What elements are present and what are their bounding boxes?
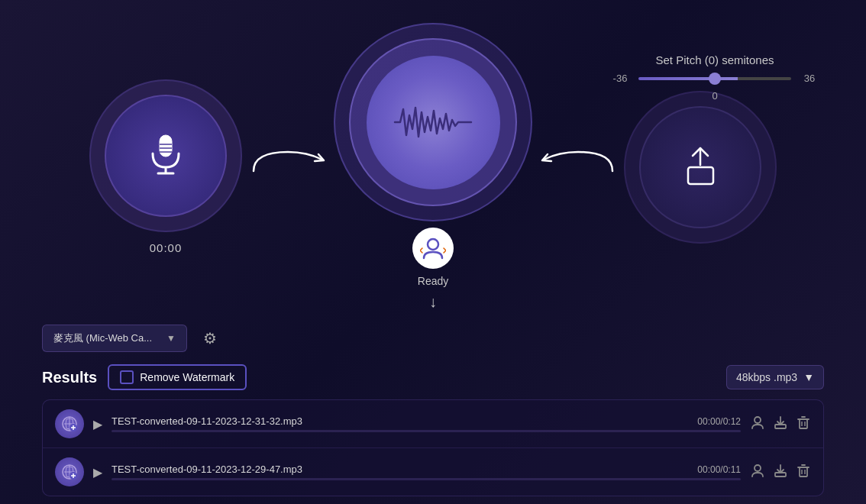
file-actions-2 [750,463,811,482]
play-button-2[interactable]: ▶ [93,465,102,480]
waveform-visual [391,102,475,144]
person-button-2[interactable] [750,463,765,482]
controls-row: 麥克風 (Mic-Web Ca... ▼ ⚙ [0,325,866,352]
arrow-to-center [242,141,334,179]
ready-section: Ready ↓ [412,228,454,311]
export-icon [676,141,725,193]
file-list: ▶ TEST-converted-09-11-2023-12-31-32.mp3… [42,399,824,496]
avatar [412,228,454,269]
pitch-label: Set Pitch (0) semitones [655,53,774,66]
down-arrow-icon: ↓ [429,293,437,311]
mic-inner-circle [105,95,227,217]
table-row: ▶ TEST-converted-09-11-2023-12-31-32.mp3… [43,400,823,448]
play-button-1[interactable]: ▶ [93,417,102,431]
wave-inner-circle [367,56,500,189]
arrow-from-right [532,141,624,179]
format-label: 48kbps .mp3 [736,371,797,383]
pitch-section: Set Pitch (0) semitones -36 36 0 [609,53,820,102]
svg-rect-32 [800,467,807,477]
file-icon-button-2[interactable] [55,457,84,486]
mic-icon [139,128,192,184]
file-time-2: 00:00/0:11 [697,464,741,475]
watermark-label: Remove Watermark [140,371,234,383]
file-name-row-2: TEST-converted-09-11-2023-12-29-47.mp3 0… [111,464,741,475]
file-name-2: TEST-converted-09-11-2023-12-29-47.mp3 [111,464,302,475]
pitch-value: 0 [704,90,725,102]
center-section: Ready ↓ [334,23,532,311]
top-section: 00:00 [0,0,866,311]
download-button-1[interactable] [773,415,788,434]
format-dropdown[interactable]: 48kbps .mp3 ▼ [726,365,824,389]
svg-point-29 [755,465,761,471]
delete-button-1[interactable] [796,415,811,434]
svg-point-6 [428,239,438,250]
file-time-1: 00:00/0:12 [697,416,741,427]
ready-label: Ready [418,275,448,287]
file-actions-1 [750,415,811,434]
pitch-min: -36 [609,73,631,84]
file-info-1: TEST-converted-09-11-2023-12-31-32.mp3 0… [111,415,741,432]
pitch-max: 36 [799,73,820,84]
pitch-slider[interactable] [638,77,791,80]
wave-outer-ring [334,23,532,221]
results-header: Results Remove Watermark 48kbps .mp3 ▼ [42,364,824,390]
progress-bar-1 [111,430,741,432]
file-name-row-1: TEST-converted-09-11-2023-12-31-32.mp3 0… [111,415,741,427]
settings-button[interactable]: ⚙ [196,325,224,352]
svg-rect-0 [160,135,172,157]
wave-middle-ring [349,38,517,206]
file-icon-button-1[interactable] [55,409,84,438]
person-button-1[interactable] [750,415,765,434]
pitch-slider-row: -36 36 [609,73,820,84]
file-name-1: TEST-converted-09-11-2023-12-31-32.mp3 [111,415,302,427]
mic-timer: 00:00 [150,241,183,254]
file-info-2: TEST-converted-09-11-2023-12-29-47.mp3 0… [111,464,741,480]
format-dropdown-icon: ▼ [803,371,814,383]
gear-icon: ⚙ [203,329,217,347]
svg-point-15 [755,417,761,423]
mic-outer-ring [89,79,242,232]
mic-dropdown-icon: ▼ [166,333,176,344]
export-outer-ring [624,91,777,244]
svg-rect-7 [688,167,713,184]
results-label: Results [42,369,97,386]
mic-select-dropdown[interactable]: 麥克風 (Mic-Web Ca... ▼ [42,325,187,352]
mic-select-label: 麥克風 (Mic-Web Ca... [53,331,160,345]
svg-rect-18 [800,419,807,428]
remove-watermark-button[interactable]: Remove Watermark [108,364,247,390]
export-section [624,91,777,244]
mic-section: 00:00 [89,79,242,254]
delete-button-2[interactable] [796,463,811,482]
export-inner-circle[interactable] [639,106,761,228]
play-icon-1: ▶ [93,418,102,431]
download-button-2[interactable] [773,463,788,482]
watermark-checkbox [120,370,134,384]
table-row: ▶ TEST-converted-09-11-2023-12-29-47.mp3… [43,448,823,496]
results-section: Results Remove Watermark 48kbps .mp3 ▼ [42,364,824,496]
progress-bar-2 [111,478,741,480]
play-icon-2: ▶ [93,466,102,479]
